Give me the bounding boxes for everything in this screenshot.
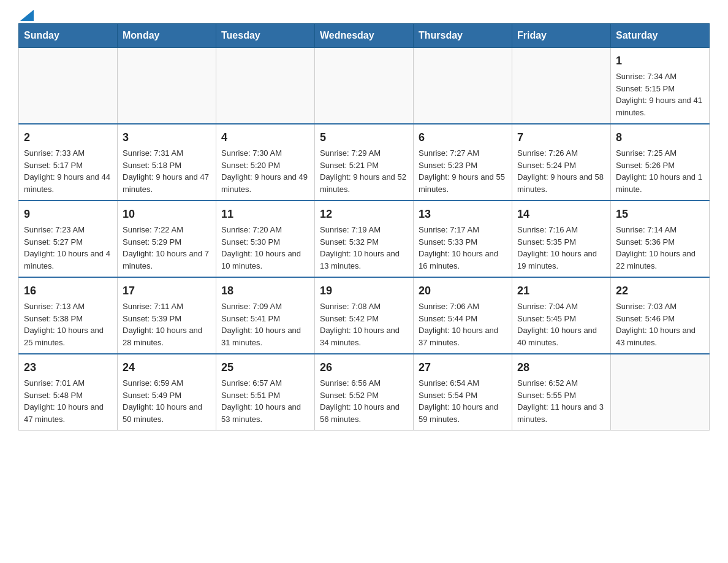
day-info-line: Sunset: 5:20 PM [221,159,309,172]
calendar-cell: 26Sunrise: 6:56 AMSunset: 5:52 PMDayligh… [315,354,414,431]
day-info-line: Sunset: 5:32 PM [320,236,408,248]
day-info-line: Daylight: 9 hours and 41 minutes. [616,94,704,118]
day-info-line: Sunrise: 7:25 AM [616,147,704,159]
calendar-cell [512,48,611,124]
day-info-line: Daylight: 10 hours and 7 minutes. [123,248,211,272]
calendar-cell: 6Sunrise: 7:27 AMSunset: 5:23 PMDaylight… [414,124,512,201]
cell-content: 18Sunrise: 7:09 AMSunset: 5:41 PMDayligh… [221,283,309,348]
day-info-line: Sunrise: 6:57 AM [221,377,309,389]
calendar-cell: 23Sunrise: 7:01 AMSunset: 5:48 PMDayligh… [19,354,118,431]
day-info-line: Daylight: 10 hours and 4 minutes. [24,248,112,272]
day-number: 6 [419,129,507,146]
day-info-line: Sunrise: 7:17 AM [419,224,507,236]
day-info-line: Sunrise: 7:19 AM [320,224,408,236]
cell-content: 15Sunrise: 7:14 AMSunset: 5:36 PMDayligh… [616,206,704,272]
day-info-line: Daylight: 9 hours and 44 minutes. [24,171,112,195]
calendar-cell: 12Sunrise: 7:19 AMSunset: 5:32 PMDayligh… [315,201,414,277]
day-info-line: Daylight: 10 hours and 43 minutes. [616,324,704,348]
day-info-line: Sunset: 5:29 PM [123,236,211,248]
calendar-cell: 8Sunrise: 7:25 AMSunset: 5:26 PMDaylight… [611,124,710,201]
day-number: 22 [616,283,704,299]
cell-content: 20Sunrise: 7:06 AMSunset: 5:44 PMDayligh… [419,283,507,348]
day-info-line: Sunset: 5:18 PM [123,159,211,172]
calendar-header: SundayMondayTuesdayWednesdayThursdayFrid… [19,24,710,48]
cell-content: 8Sunrise: 7:25 AMSunset: 5:26 PMDaylight… [616,129,704,195]
day-number: 17 [123,283,211,299]
day-info-line: Daylight: 9 hours and 52 minutes. [320,171,408,195]
day-info-line: Sunrise: 7:06 AM [419,301,507,313]
weekday-header-tuesday: Tuesday [216,24,315,48]
day-number: 23 [24,359,112,376]
cell-content: 3Sunrise: 7:31 AMSunset: 5:18 PMDaylight… [123,129,211,195]
calendar-week-row: 16Sunrise: 7:13 AMSunset: 5:38 PMDayligh… [19,277,710,354]
day-info-line: Sunrise: 6:54 AM [419,377,507,389]
svg-marker-0 [20,10,34,21]
day-info-line: Daylight: 10 hours and 22 minutes. [616,248,704,272]
day-info-line: Sunrise: 7:27 AM [419,147,507,159]
day-number: 25 [221,359,309,376]
cell-content: 16Sunrise: 7:13 AMSunset: 5:38 PMDayligh… [24,283,112,348]
day-number: 16 [24,283,112,299]
cell-content: 27Sunrise: 6:54 AMSunset: 5:54 PMDayligh… [419,359,507,425]
day-info-line: Sunrise: 6:56 AM [320,377,408,389]
calendar-cell: 21Sunrise: 7:04 AMSunset: 5:45 PMDayligh… [512,277,611,354]
calendar-cell [315,48,414,124]
calendar-cell: 28Sunrise: 6:52 AMSunset: 5:55 PMDayligh… [512,354,611,431]
day-info-line: Sunset: 5:41 PM [221,313,309,325]
day-info-line: Sunset: 5:36 PM [616,236,704,248]
calendar-body: 1Sunrise: 7:34 AMSunset: 5:15 PMDaylight… [19,48,710,431]
cell-content: 22Sunrise: 7:03 AMSunset: 5:46 PMDayligh… [616,283,704,348]
day-info-line: Daylight: 10 hours and 40 minutes. [517,324,605,348]
calendar-cell: 3Sunrise: 7:31 AMSunset: 5:18 PMDaylight… [118,124,216,201]
day-info-line: Sunset: 5:21 PM [320,159,408,172]
day-info-line: Daylight: 9 hours and 55 minutes. [419,171,507,195]
cell-content: 25Sunrise: 6:57 AMSunset: 5:51 PMDayligh… [221,359,309,425]
day-number: 7 [517,129,605,146]
day-info-line: Sunset: 5:30 PM [221,236,309,248]
day-number: 18 [221,283,309,299]
day-info-line: Daylight: 10 hours and 19 minutes. [517,248,605,272]
weekday-header-thursday: Thursday [414,24,512,48]
calendar-cell: 18Sunrise: 7:09 AMSunset: 5:41 PMDayligh… [216,277,315,354]
day-number: 12 [320,206,408,223]
cell-content: 2Sunrise: 7:33 AMSunset: 5:17 PMDaylight… [24,129,112,195]
day-info-line: Sunrise: 7:29 AM [320,147,408,159]
weekday-header-saturday: Saturday [611,24,710,48]
day-info-line: Sunset: 5:54 PM [419,389,507,402]
day-info-line: Sunrise: 7:14 AM [616,224,704,236]
cell-content: 9Sunrise: 7:23 AMSunset: 5:27 PMDaylight… [24,206,112,272]
cell-content: 21Sunrise: 7:04 AMSunset: 5:45 PMDayligh… [517,283,605,348]
logo [18,12,34,17]
cell-content: 26Sunrise: 6:56 AMSunset: 5:52 PMDayligh… [320,359,408,425]
calendar-week-row: 23Sunrise: 7:01 AMSunset: 5:48 PMDayligh… [19,354,710,431]
calendar-cell [611,354,710,431]
logo-triangle-icon [20,10,34,21]
day-info-line: Sunrise: 7:01 AM [24,377,112,389]
day-info-line: Sunset: 5:49 PM [123,389,211,402]
day-info-line: Daylight: 10 hours and 10 minutes. [221,248,309,272]
day-info-line: Daylight: 10 hours and 25 minutes. [24,324,112,348]
cell-content: 5Sunrise: 7:29 AMSunset: 5:21 PMDaylight… [320,129,408,195]
day-number: 14 [517,206,605,223]
day-info-line: Sunrise: 7:22 AM [123,224,211,236]
day-info-line: Sunrise: 7:03 AM [616,301,704,313]
day-info-line: Daylight: 9 hours and 49 minutes. [221,171,309,195]
day-info-line: Sunrise: 7:16 AM [517,224,605,236]
calendar-cell [19,48,118,124]
day-number: 24 [123,359,211,376]
calendar-cell: 11Sunrise: 7:20 AMSunset: 5:30 PMDayligh… [216,201,315,277]
day-number: 5 [320,129,408,146]
calendar-cell: 24Sunrise: 6:59 AMSunset: 5:49 PMDayligh… [118,354,216,431]
calendar-cell: 22Sunrise: 7:03 AMSunset: 5:46 PMDayligh… [611,277,710,354]
cell-content: 24Sunrise: 6:59 AMSunset: 5:49 PMDayligh… [123,359,211,425]
day-number: 4 [221,129,309,146]
day-info-line: Sunrise: 7:04 AM [517,301,605,313]
day-info-line: Sunrise: 7:33 AM [24,147,112,159]
day-info-line: Daylight: 10 hours and 53 minutes. [221,401,309,425]
day-number: 1 [616,53,704,69]
day-info-line: Sunset: 5:38 PM [24,313,112,325]
day-info-line: Sunrise: 7:13 AM [24,301,112,313]
cell-content: 28Sunrise: 6:52 AMSunset: 5:55 PMDayligh… [517,359,605,425]
day-info-line: Sunset: 5:55 PM [517,389,605,402]
day-info-line: Sunset: 5:15 PM [616,83,704,95]
